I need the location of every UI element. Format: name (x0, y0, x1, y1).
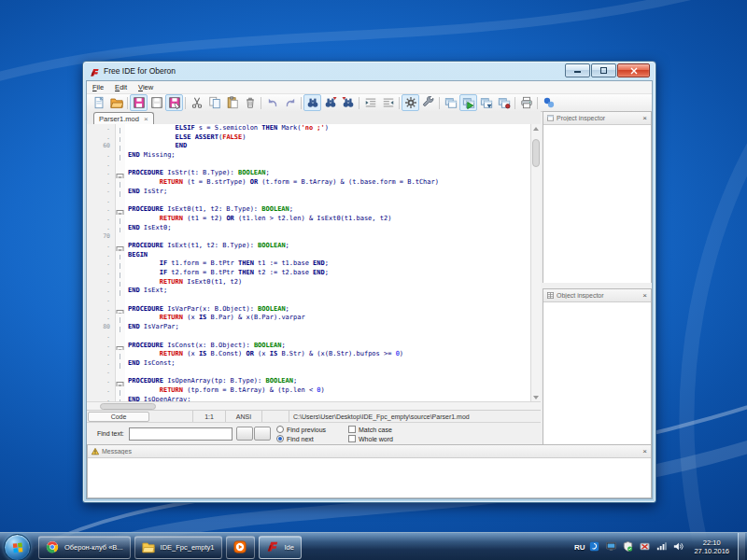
tab-parser1[interactable]: Parser1.mod × (93, 112, 154, 125)
redo-button[interactable] (281, 94, 299, 111)
toolbar-separator (301, 97, 302, 109)
radio-icon[interactable] (276, 426, 284, 433)
minimize-button[interactable] (565, 63, 590, 77)
tab-close-icon[interactable]: × (144, 116, 148, 122)
tools-button[interactable] (419, 94, 437, 111)
code-text: ELSE ASSERT(FALSE) (125, 133, 540, 143)
window-next-button[interactable] (477, 94, 495, 111)
find-next-button[interactable] (321, 94, 339, 111)
save-as-button[interactable] (165, 94, 183, 111)
outdent-button[interactable] (379, 94, 397, 111)
run-button[interactable] (459, 94, 477, 111)
save-as-icon (168, 96, 181, 109)
about-button[interactable] (540, 94, 557, 111)
taskbar-button-ide[interactable]: Ide (259, 536, 302, 559)
inspector-column: Project inspector × Object inspector × (543, 111, 652, 445)
project-inspector-close-icon[interactable]: × (642, 115, 647, 122)
fold-collapse-icon[interactable] (116, 377, 125, 386)
find-next-icon (324, 96, 337, 109)
line-number-gutter: . (87, 314, 116, 323)
fold-margin (116, 350, 125, 359)
new-file-button[interactable] (90, 94, 107, 111)
windows-button[interactable] (442, 94, 459, 111)
line-number-gutter: . (87, 224, 116, 233)
line-number-gutter: . (87, 205, 116, 215)
find-button[interactable] (303, 94, 321, 111)
horizontal-scroll-thumb[interactable] (100, 403, 156, 410)
maximize-button[interactable] (591, 63, 616, 77)
fold-collapse-icon[interactable] (116, 305, 125, 315)
start-button[interactable] (4, 534, 31, 560)
code-line: 60 END (87, 142, 540, 151)
find-button-1[interactable] (236, 427, 253, 441)
menu-edit[interactable]: Edit (115, 83, 127, 91)
object-inspector-close-icon[interactable]: × (642, 292, 647, 300)
menu-file[interactable]: File (92, 83, 104, 91)
radio-selected-icon[interactable] (276, 435, 284, 442)
find-previous-button[interactable] (339, 94, 357, 111)
taskbar-clock[interactable]: 22:10 27.10.2016 (694, 539, 729, 555)
find-previous-radio[interactable]: Find previous (276, 426, 326, 433)
window-last-button[interactable] (495, 94, 513, 111)
code-line: . RETURN (t = B.strType) OR (t.form = B.… (87, 178, 540, 188)
tray-block-icon[interactable] (640, 541, 652, 553)
tray-blue-icon[interactable] (589, 541, 601, 553)
code-line: . (87, 197, 540, 206)
toolbar-separator (537, 97, 538, 109)
fold-collapse-icon[interactable] (116, 342, 125, 351)
tray-display-icon[interactable] (606, 541, 618, 553)
fold-margin (116, 142, 125, 151)
messages-header[interactable]: Messages × (88, 445, 651, 458)
code-editor[interactable]: . ELSIF s = S.semicolon THEN Mark('no ;'… (87, 124, 541, 402)
fold-collapse-icon[interactable] (116, 169, 125, 178)
close-button[interactable] (617, 63, 650, 77)
checkbox-icon[interactable] (348, 426, 356, 433)
scroll-down-icon[interactable] (533, 396, 539, 399)
status-mode[interactable]: Code (88, 412, 149, 422)
fold-collapse-icon[interactable] (116, 242, 125, 251)
find-button-2[interactable] (254, 427, 271, 441)
tray-network-icon[interactable] (656, 541, 669, 553)
menu-bar: File Edit View (87, 81, 652, 94)
indent-button[interactable] (361, 94, 379, 111)
editor-vertical-scrollbar[interactable] (530, 124, 541, 402)
warning-icon (92, 448, 99, 455)
paste-button[interactable] (223, 94, 241, 111)
menu-view[interactable]: View (138, 83, 153, 91)
whole-word-checkbox[interactable]: Whole word (348, 435, 393, 442)
vertical-scroll-thumb[interactable] (532, 139, 540, 167)
open-folder-button[interactable] (107, 94, 125, 111)
messages-close-icon[interactable]: × (642, 448, 647, 455)
save-button[interactable] (130, 94, 148, 111)
project-inspector-header[interactable]: Project inspector × (543, 112, 651, 125)
copy-button[interactable] (205, 94, 223, 111)
cut-button[interactable] (188, 94, 205, 111)
scroll-up-icon[interactable] (533, 127, 539, 131)
fold-margin (116, 251, 125, 260)
save-all-button[interactable] (148, 94, 165, 111)
window-title: Free IDE for Oberon (104, 66, 176, 76)
undo-button[interactable] (263, 94, 281, 111)
tray-volume-icon[interactable] (673, 541, 685, 553)
line-number-gutter: . (87, 215, 116, 224)
code-text: END IsConst; (125, 359, 540, 369)
code-line: .END IsExt; (87, 287, 540, 296)
find-input[interactable] (129, 427, 233, 441)
fold-margin (116, 359, 125, 369)
titlebar[interactable]: Free IDE for Oberon (83, 62, 655, 80)
object-inspector-header[interactable]: Object inspector × (543, 289, 651, 302)
match-case-checkbox[interactable]: Match case (348, 426, 392, 433)
checkbox-icon[interactable] (348, 435, 356, 442)
code-line: .END Missing; (87, 151, 540, 161)
tray-shield-icon[interactable] (623, 541, 635, 553)
taskbar-button-media-player[interactable] (226, 536, 255, 559)
show-desktop-button[interactable] (738, 533, 745, 560)
toolbar-separator (127, 97, 128, 109)
taskbar-button-folder[interactable]: IDE_Fpc_empty1 (134, 536, 222, 559)
print-button[interactable] (517, 94, 535, 111)
fold-collapse-icon[interactable] (116, 205, 125, 215)
taskbar-button-browser[interactable]: Оберон-клуб «В... (38, 536, 131, 559)
settings-button[interactable] (402, 94, 419, 111)
delete-button[interactable] (241, 94, 259, 111)
language-indicator[interactable]: RU (574, 543, 585, 552)
